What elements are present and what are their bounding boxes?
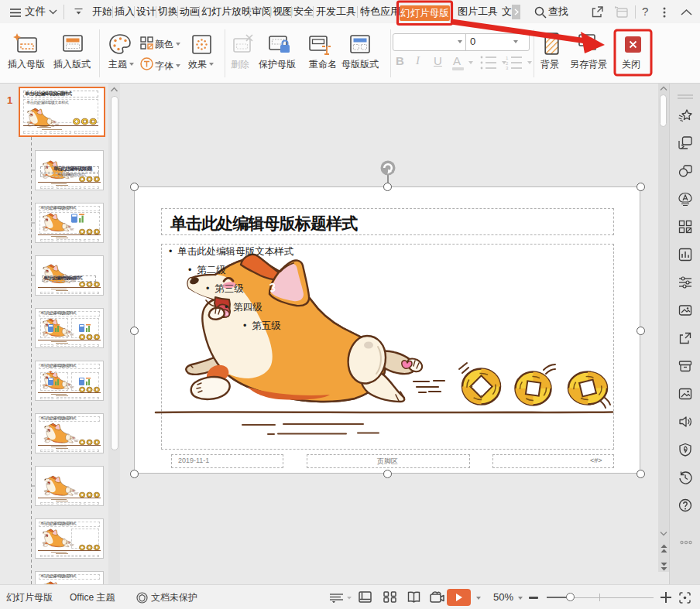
svg-text:2: 2	[506, 61, 509, 66]
svg-text:1: 1	[506, 56, 509, 60]
svg-text:3: 3	[506, 66, 509, 70]
